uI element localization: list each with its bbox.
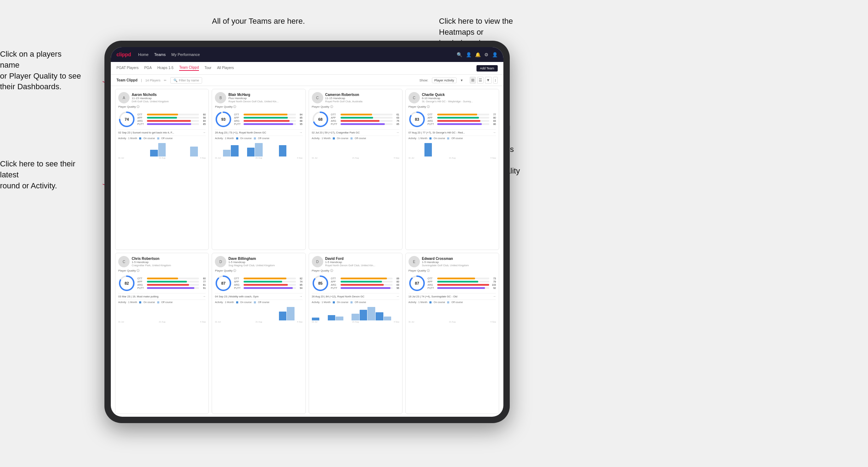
stat-row-putt: PUTT91 bbox=[137, 287, 206, 289]
sort-icon[interactable]: ↕ bbox=[493, 77, 498, 84]
player-card[interactable]: DDave Billingham1-5 HandicapSog Maging G… bbox=[212, 253, 305, 414]
stat-row-ott: OTT77 bbox=[428, 113, 496, 116]
latest-round[interactable]: 26 Aug 23 | 73 (+1), Royal North Devon G… bbox=[215, 129, 302, 134]
chart-label: 4 Sep bbox=[200, 321, 206, 323]
quality-circle[interactable]: 68 bbox=[312, 111, 329, 128]
quality-circle[interactable]: 87 bbox=[409, 275, 426, 292]
latest-round[interactable]: 03 Mar 23 | 19, Must make putting→ bbox=[118, 293, 206, 298]
player-name[interactable]: Aaron Nicholls bbox=[132, 93, 206, 97]
stat-row-putt: PUTT94 bbox=[234, 287, 302, 289]
round-arrow-icon[interactable]: → bbox=[396, 295, 399, 298]
stat-label: ARG bbox=[331, 120, 339, 122]
player-name[interactable]: Blair McHarg bbox=[228, 93, 302, 97]
search-box[interactable]: 🔍 Filter by name bbox=[170, 77, 202, 84]
nav-teams[interactable]: Teams bbox=[154, 52, 166, 57]
latest-round[interactable]: 02 Sep 23 | Sunset round to get back int… bbox=[118, 129, 206, 134]
team-count-label: 14 Players bbox=[145, 79, 161, 82]
player-card[interactable]: DDavid Ford1-5 HandicapRoyal North Devon… bbox=[309, 253, 402, 414]
tab-pga[interactable]: PGA bbox=[144, 66, 152, 70]
quality-circle[interactable]: 74 bbox=[118, 111, 135, 128]
nav-home[interactable]: Home bbox=[138, 52, 148, 57]
latest-round[interactable]: 26 Aug 23 | 84 (+12), Royal North Devon … bbox=[312, 293, 399, 298]
round-arrow-icon[interactable]: → bbox=[493, 295, 496, 298]
nav-my-performance[interactable]: My Performance bbox=[171, 52, 200, 57]
player-name[interactable]: Dave Billingham bbox=[228, 257, 302, 261]
quality-section: 82OTT60APP77ARG81PUTT91 bbox=[118, 275, 206, 292]
settings-icon[interactable]: ⚙ bbox=[484, 52, 489, 57]
player-name[interactable]: Chris Robertson bbox=[132, 257, 206, 261]
add-team-button[interactable]: Add Team bbox=[476, 65, 498, 72]
chart-label: 4 Sep bbox=[297, 321, 303, 323]
profile-icon[interactable]: 👤 bbox=[466, 52, 472, 57]
annotation-click-player: Click on a players nameor Player Quality… bbox=[0, 49, 81, 92]
latest-round[interactable]: 18 Jul 23 | 74 (+4), Sunningdale GC - Ol… bbox=[409, 293, 496, 298]
stat-label: PUTT bbox=[331, 123, 339, 125]
stat-bar bbox=[147, 287, 194, 289]
latest-round[interactable]: 04 Sep 23 | Mobility with coach, Gym→ bbox=[215, 293, 302, 298]
player-name[interactable]: Edward Crossman bbox=[422, 257, 496, 261]
avatar: D bbox=[215, 256, 226, 267]
round-arrow-icon[interactable]: → bbox=[202, 131, 206, 134]
stat-label: ARG bbox=[234, 120, 242, 122]
player-card[interactable]: EEdward Crossman1-5 HandicapSunningdale … bbox=[405, 253, 499, 414]
player-name[interactable]: David Ford bbox=[325, 257, 399, 261]
stat-bar-container bbox=[341, 123, 393, 125]
latest-round[interactable]: 07 Aug 23 | 77 (+7), St George's Hill GC… bbox=[409, 129, 496, 134]
stat-bar-container bbox=[147, 281, 199, 283]
round-arrow-icon[interactable]: → bbox=[299, 131, 303, 134]
off-course-label: Off course bbox=[161, 137, 173, 139]
quality-circle[interactable]: 87 bbox=[215, 275, 232, 292]
player-card[interactable]: AAaron Nicholls11-15 HandicapDrift Golf … bbox=[115, 89, 209, 250]
round-arrow-icon[interactable]: → bbox=[202, 295, 206, 298]
stat-row-putt: PUTT95 bbox=[234, 123, 302, 125]
round-arrow-icon[interactable]: → bbox=[396, 131, 399, 134]
stat-row-ott: OTT84 bbox=[234, 113, 302, 116]
player-info: David Ford1-5 HandicapRoyal North Devon … bbox=[325, 257, 399, 267]
edit-icon[interactable]: ✏ bbox=[164, 79, 167, 82]
filter-icon[interactable]: ▼ bbox=[485, 77, 492, 84]
player-card[interactable]: CCameron Robertson11-15 HandicapRoyal Pe… bbox=[309, 89, 402, 250]
svg-text:68: 68 bbox=[318, 117, 322, 121]
stat-value: 74 bbox=[297, 280, 303, 283]
stat-row-putt: PUTT85 bbox=[137, 123, 206, 125]
tab-team-clippd[interactable]: Team Clippd bbox=[179, 66, 199, 71]
stat-value: 83 bbox=[490, 120, 496, 122]
avatar-icon[interactable]: 👤 bbox=[492, 52, 498, 57]
player-card[interactable]: CChris Robertson1-5 HandicapCraigmillar … bbox=[115, 253, 209, 414]
chart-label: 31 Jul bbox=[215, 321, 221, 323]
bell-icon[interactable]: 🔔 bbox=[475, 52, 481, 57]
player-club: Royal Perth Golf Club, Australia bbox=[325, 100, 399, 103]
latest-round[interactable]: 02 Jul 23 | 59 (+17), Craigmillar Park G… bbox=[312, 129, 399, 134]
show-select[interactable]: Player Activity bbox=[432, 78, 457, 83]
player-name[interactable]: Charlie Quick bbox=[422, 93, 496, 97]
grid-view-icon[interactable]: ⊞ bbox=[470, 77, 476, 84]
tab-pgat[interactable]: PGAT Players bbox=[116, 66, 138, 70]
stat-bar bbox=[437, 278, 475, 279]
stat-label: ARG bbox=[428, 284, 436, 286]
tab-hcaps[interactable]: Hcaps 1-5 bbox=[158, 66, 174, 70]
dropdown-icon[interactable]: ▼ bbox=[460, 79, 463, 82]
logo[interactable]: clippd bbox=[116, 52, 131, 57]
chart-bar bbox=[376, 312, 383, 320]
quality-circle[interactable]: 85 bbox=[312, 275, 329, 292]
tab-tour[interactable]: Tour bbox=[205, 66, 211, 70]
stat-bar bbox=[437, 120, 480, 122]
player-card[interactable]: BBlair McHargPlus HandicapRoyal North De… bbox=[212, 89, 305, 250]
round-arrow-icon[interactable]: → bbox=[493, 131, 496, 134]
activity-header: Activity · 1 MonthOn courseOff course bbox=[409, 137, 496, 139]
search-icon[interactable]: 🔍 bbox=[457, 52, 462, 57]
quality-circle[interactable]: 82 bbox=[118, 275, 135, 292]
activity-section: Activity · 1 MonthOn courseOff course31 … bbox=[215, 300, 302, 323]
player-name[interactable]: Cameron Robertson bbox=[325, 93, 399, 97]
off-course-dot bbox=[447, 301, 449, 303]
stat-bar-container bbox=[437, 117, 489, 119]
on-course-label: On course bbox=[143, 301, 155, 303]
quality-circle[interactable]: 83 bbox=[409, 111, 426, 128]
list-view-icon[interactable]: ☰ bbox=[477, 77, 484, 84]
round-arrow-icon[interactable]: → bbox=[299, 295, 303, 298]
quality-circle[interactable]: 93 bbox=[215, 111, 232, 128]
player-card[interactable]: CCharlie Quick6-10 HandicapSt. George's … bbox=[405, 89, 499, 250]
stat-bar bbox=[147, 114, 178, 115]
player-handicap: Plus Handicap bbox=[228, 97, 302, 100]
tab-all-players[interactable]: All Players bbox=[217, 66, 234, 70]
